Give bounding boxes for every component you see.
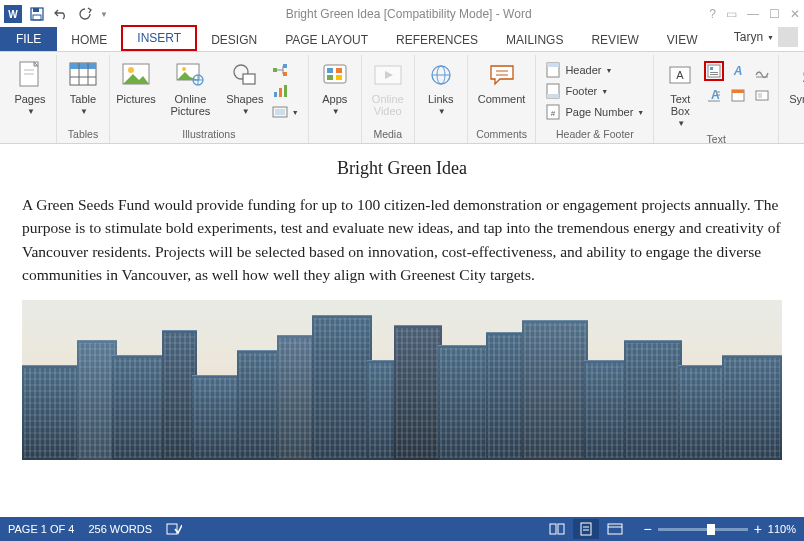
- svg-rect-61: [550, 524, 556, 534]
- svg-rect-7: [70, 63, 96, 69]
- svg-point-12: [128, 67, 134, 73]
- chart-icon: [272, 83, 288, 99]
- svg-rect-45: [708, 65, 720, 77]
- table-button[interactable]: Table▼: [63, 57, 103, 119]
- minimize-icon[interactable]: —: [747, 7, 759, 21]
- help-icon[interactable]: ?: [709, 7, 716, 21]
- chart-button[interactable]: [269, 82, 302, 100]
- svg-rect-46: [710, 67, 713, 70]
- tab-references[interactable]: REFERENCES: [382, 29, 492, 51]
- svg-rect-38: [547, 63, 559, 67]
- svg-rect-27: [327, 68, 333, 73]
- redo-icon[interactable]: [76, 5, 94, 23]
- video-icon: [372, 59, 404, 91]
- svg-rect-47: [710, 72, 718, 73]
- links-button[interactable]: Links▼: [421, 57, 461, 119]
- tab-view[interactable]: VIEW: [653, 29, 712, 51]
- apps-icon: [319, 59, 351, 91]
- tab-design[interactable]: DESIGN: [197, 29, 271, 51]
- document-body: A Green Seeds Fund would provide funding…: [22, 193, 782, 286]
- table-icon: [67, 59, 99, 91]
- screenshot-button[interactable]: ▼: [269, 103, 302, 121]
- ribbon-options-icon[interactable]: ▭: [726, 7, 737, 21]
- header-button[interactable]: Header▼: [542, 61, 647, 79]
- svg-rect-1: [33, 8, 39, 12]
- svg-point-14: [182, 67, 186, 71]
- footer-icon: [545, 83, 561, 99]
- smartart-button[interactable]: [269, 61, 302, 79]
- zoom-level[interactable]: 110%: [768, 523, 796, 535]
- tab-home[interactable]: HOME: [57, 29, 121, 51]
- symbols-button[interactable]: Ω Symbols▼: [785, 57, 804, 119]
- svg-rect-58: [758, 93, 762, 98]
- wordart-button[interactable]: A: [728, 61, 748, 81]
- close-icon[interactable]: ✕: [790, 7, 800, 21]
- comment-button[interactable]: Comment: [474, 57, 530, 107]
- tab-review[interactable]: REVIEW: [577, 29, 652, 51]
- user-account[interactable]: Taryn ▼: [720, 23, 804, 51]
- zoom-slider[interactable]: [658, 528, 748, 531]
- svg-rect-40: [547, 94, 559, 98]
- svg-rect-21: [274, 92, 277, 97]
- datetime-button[interactable]: [728, 85, 748, 105]
- zoom-in-button[interactable]: +: [754, 521, 762, 537]
- screenshot-icon: [272, 104, 288, 120]
- online-pictures-button[interactable]: Online Pictures: [160, 57, 221, 119]
- printlayout-icon[interactable]: [573, 519, 599, 539]
- online-pictures-icon: [174, 59, 206, 91]
- undo-icon[interactable]: [52, 5, 70, 23]
- online-video-button[interactable]: Online Video: [368, 57, 408, 119]
- svg-rect-29: [327, 75, 333, 80]
- svg-rect-26: [324, 65, 346, 83]
- svg-rect-56: [732, 90, 744, 93]
- group-comments-label: Comments: [476, 126, 527, 143]
- svg-rect-19: [283, 64, 287, 68]
- object-button[interactable]: [752, 85, 772, 105]
- svg-text:A: A: [733, 64, 743, 78]
- svg-text:A: A: [677, 69, 685, 81]
- svg-rect-62: [558, 524, 564, 534]
- pages-button[interactable]: Pages▼: [10, 57, 50, 119]
- dropcap-button[interactable]: A: [704, 85, 724, 105]
- pages-icon: [14, 59, 46, 91]
- word-app-icon[interactable]: W: [4, 5, 22, 23]
- readmode-icon[interactable]: [543, 520, 571, 538]
- weblayout-icon[interactable]: [601, 520, 629, 538]
- symbols-icon: Ω: [794, 59, 804, 91]
- svg-rect-30: [336, 75, 342, 80]
- pictures-button[interactable]: Pictures: [116, 57, 156, 107]
- status-page[interactable]: PAGE 1 OF 4: [8, 523, 74, 535]
- document-image[interactable]: [22, 300, 782, 460]
- group-headerfooter-label: Header & Footer: [556, 126, 634, 143]
- user-name: Taryn: [734, 30, 763, 44]
- links-icon: [425, 59, 457, 91]
- tab-pagelayout[interactable]: PAGE LAYOUT: [271, 29, 382, 51]
- maximize-icon[interactable]: ☐: [769, 7, 780, 21]
- spellcheck-icon[interactable]: [166, 522, 182, 536]
- shapes-icon: [229, 59, 261, 91]
- document-area[interactable]: Bright Green Idea A Green Seeds Fund wou…: [0, 144, 804, 517]
- svg-rect-66: [608, 524, 622, 534]
- signature-button[interactable]: [752, 61, 772, 81]
- header-icon: [545, 62, 561, 78]
- pagenumber-button[interactable]: #Page Number▼: [542, 103, 647, 121]
- tab-mailings[interactable]: MAILINGS: [492, 29, 577, 51]
- tab-file[interactable]: FILE: [0, 27, 57, 51]
- svg-rect-17: [243, 74, 255, 84]
- shapes-button[interactable]: Shapes▼: [225, 57, 265, 119]
- svg-rect-23: [284, 85, 287, 97]
- svg-rect-18: [273, 68, 277, 72]
- status-words[interactable]: 256 WORDS: [88, 523, 152, 535]
- footer-button[interactable]: Footer▼: [542, 82, 647, 100]
- group-media-label: Media: [373, 126, 402, 143]
- svg-rect-20: [283, 72, 287, 76]
- quickparts-button[interactable]: [704, 61, 724, 81]
- group-tables-label: Tables: [68, 126, 98, 143]
- textbox-button[interactable]: A Text Box▼: [660, 57, 700, 131]
- tab-insert[interactable]: INSERT: [121, 25, 197, 51]
- zoom-out-button[interactable]: −: [643, 521, 651, 537]
- svg-text:#: #: [551, 109, 556, 118]
- save-icon[interactable]: [28, 5, 46, 23]
- apps-button[interactable]: Apps▼: [315, 57, 355, 119]
- svg-rect-25: [275, 109, 285, 115]
